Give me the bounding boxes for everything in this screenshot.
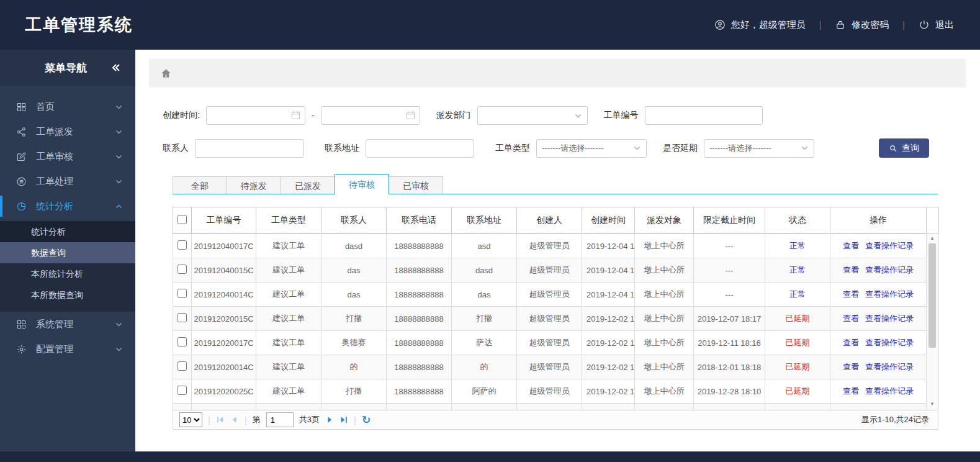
- order-no-label: 工单编号: [604, 110, 639, 121]
- view-link[interactable]: 查看: [843, 338, 859, 347]
- order-no-input[interactable]: [645, 106, 763, 125]
- submenu-item-office-data-query[interactable]: 本所数据查询: [0, 284, 135, 306]
- cell-order-no: [192, 404, 256, 410]
- view-log-link[interactable]: 查看操作记录: [865, 338, 914, 347]
- sidebar-item-system[interactable]: 系统管理: [0, 312, 135, 337]
- cell-creator: 超级管理员: [517, 258, 582, 283]
- submenu-item-office-statistics[interactable]: 本所统计分析: [0, 263, 135, 284]
- chevron-down-icon: [115, 103, 123, 111]
- refresh-icon[interactable]: ↻: [362, 415, 371, 425]
- row-select-cell: [173, 307, 192, 331]
- sidebar-item-label: 配置管理: [36, 343, 73, 355]
- tab-to-dispatch[interactable]: 待派发: [227, 176, 281, 194]
- cell-phone: 18888888888: [387, 379, 452, 404]
- page-size-select[interactable]: 10: [179, 412, 202, 427]
- sidebar-item-review[interactable]: 工单审核: [0, 144, 135, 169]
- cell-status: 正常: [765, 283, 830, 307]
- calendar-icon[interactable]: [290, 110, 301, 120]
- chevron-down-icon: [633, 144, 641, 152]
- sidebar-item-process[interactable]: 工单处理: [0, 169, 135, 194]
- tab-dispatched[interactable]: 已派发: [281, 176, 335, 194]
- cell-contact: 打撤: [321, 307, 387, 331]
- first-page-icon[interactable]: [216, 415, 225, 424]
- vertical-scrollbar[interactable]: ▲ ▼: [926, 233, 938, 410]
- sidebar-item-config[interactable]: 配置管理: [0, 337, 135, 361]
- cell-contact: [321, 404, 387, 410]
- row-select-cell: [173, 283, 192, 307]
- grid-icon: [16, 319, 27, 330]
- page-number-input[interactable]: [266, 412, 294, 427]
- scrollbar-thumb[interactable]: [928, 243, 936, 348]
- submenu-item-statistics[interactable]: 统计分析: [0, 221, 135, 242]
- cell-created: 2019-12-02 16: [582, 355, 635, 379]
- sidebar-item-home[interactable]: 首页: [0, 94, 135, 119]
- cell-actions: [830, 404, 927, 410]
- cell-deadline: 2019-12-07 18:17: [694, 307, 765, 331]
- sidebar-item-label: 工单派发: [36, 126, 73, 138]
- search-button[interactable]: 查询: [879, 138, 929, 158]
- row-checkbox[interactable]: [178, 361, 187, 371]
- prev-page-icon[interactable]: [230, 415, 239, 424]
- sidebar-item-dispatch[interactable]: 工单派发: [0, 119, 135, 144]
- row-checkbox[interactable]: [178, 386, 187, 395]
- cell-address: 萨达: [452, 331, 517, 355]
- view-link[interactable]: 查看: [843, 241, 859, 250]
- view-link[interactable]: 查看: [843, 386, 859, 396]
- cell-order-type: 建议工单: [256, 307, 321, 331]
- last-page-icon[interactable]: [339, 415, 348, 424]
- row-checkbox[interactable]: [178, 337, 187, 346]
- sidebar-menu: 首页 工单派发 工单审核 工单处理 统计分析: [0, 86, 135, 361]
- submenu-item-data-query[interactable]: 数据查询: [0, 242, 135, 263]
- calendar-icon[interactable]: [405, 110, 416, 120]
- tab-reviewed[interactable]: 已审核: [389, 176, 443, 194]
- view-link[interactable]: 查看: [843, 265, 859, 274]
- cell-order-type: [256, 404, 321, 410]
- address-input[interactable]: [366, 139, 474, 158]
- view-log-link[interactable]: 查看操作记录: [865, 289, 914, 299]
- order-type-select[interactable]: -------请选择-------: [536, 139, 647, 158]
- cell-order-no: 201912020014C: [192, 355, 256, 379]
- view-log-link[interactable]: 查看操作记录: [865, 265, 914, 274]
- collapse-sidebar-icon[interactable]: [110, 62, 122, 73]
- tab-to-review[interactable]: 待审核: [335, 174, 389, 194]
- select-all-checkbox[interactable]: [178, 215, 187, 224]
- view-log-link[interactable]: 查看操作记录: [865, 362, 914, 371]
- cell-order-no: 201912040014C: [192, 283, 256, 307]
- view-log-link[interactable]: 查看操作记录: [865, 386, 914, 396]
- status-text: 已延期: [786, 314, 810, 323]
- cell-created: 2019-12-04 15: [582, 283, 635, 307]
- logout-button[interactable]: 退出: [919, 19, 954, 31]
- cell-actions: 查看查看操作记录: [830, 258, 927, 283]
- cell-target: 墩上中心所: [635, 331, 694, 355]
- next-page-icon[interactable]: [325, 415, 334, 424]
- row-checkbox[interactable]: [178, 265, 187, 274]
- cell-order-no: 201912040017C: [192, 234, 256, 258]
- row-checkbox[interactable]: [178, 289, 187, 298]
- chevron-down-icon: [115, 320, 123, 328]
- view-link[interactable]: 查看: [843, 314, 859, 323]
- home-icon[interactable]: [160, 68, 172, 79]
- row-select-cell: [173, 331, 192, 355]
- row-checkbox[interactable]: [178, 313, 187, 322]
- sidebar-item-statistics[interactable]: 统计分析: [0, 194, 135, 219]
- row-checkbox[interactable]: [178, 240, 187, 250]
- chevron-down-icon: [115, 345, 123, 353]
- filter-row-1: 创建时间: - 派发部门 工单编号: [163, 106, 980, 125]
- delay-select[interactable]: -------请选择-------: [704, 139, 814, 158]
- change-password-label: 修改密码: [852, 19, 889, 31]
- status-text: 已延期: [786, 338, 810, 347]
- change-password-button[interactable]: 修改密码: [835, 19, 889, 31]
- user-greeting[interactable]: 您好，超级管理员: [714, 19, 806, 31]
- view-link[interactable]: 查看: [843, 289, 859, 299]
- dispatch-dept-select[interactable]: [477, 106, 588, 125]
- contact-input[interactable]: [195, 139, 303, 158]
- scroll-down-icon[interactable]: ▼: [927, 399, 938, 409]
- view-log-link[interactable]: 查看操作记录: [865, 314, 914, 323]
- col-actions: 操作: [830, 207, 927, 233]
- cell-status: 正常: [765, 234, 830, 258]
- tab-all[interactable]: 全部: [173, 176, 227, 194]
- scroll-up-icon[interactable]: ▲: [927, 233, 938, 243]
- table-row: [173, 404, 927, 410]
- view-link[interactable]: 查看: [843, 362, 859, 371]
- view-log-link[interactable]: 查看操作记录: [865, 241, 914, 250]
